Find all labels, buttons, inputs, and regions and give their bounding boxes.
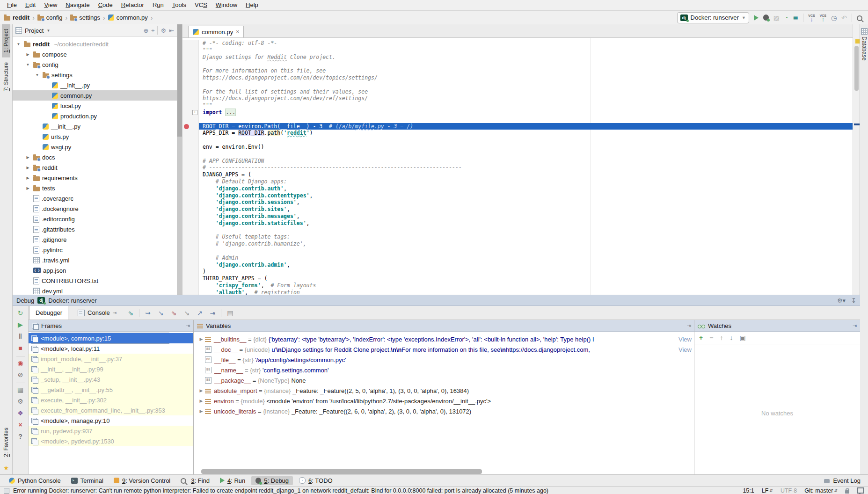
toolwindow-9-version-control[interactable]: 9: Version Control [109,476,175,485]
variable-name[interactable]: __name__ = {str} 'config.settings.common… [194,365,694,375]
tree-item-init-py[interactable]: __init__.py [13,80,177,90]
tree-item-app-json[interactable]: app.json [13,265,177,276]
tree-item-local-py[interactable]: local.py [13,101,177,111]
tree-item-urls-py[interactable]: urls.py [13,131,177,142]
variable-builtins[interactable]: ▶__builtins__ = {dict} {'bytearray': <ty… [194,334,694,344]
tree-item-coveragerc[interactable]: .coveragerc [13,193,177,203]
lock-icon[interactable] [845,490,849,494]
frame-item[interactable]: __init__, __init__.py:99 [29,364,193,374]
run-button[interactable] [754,15,759,21]
frame-item[interactable]: <module>, local.py:11 [29,343,193,354]
breadcrumb-config[interactable]: config [37,14,63,21]
event-log-button[interactable]: Event Log [824,477,863,484]
editor-tab-common-py[interactable]: common.py × [188,26,244,37]
variables-hscrollbar[interactable] [201,469,482,474]
close-button[interactable]: × [18,420,22,431]
sidebar-tab-7-structure[interactable]: 7: Structure [2,58,10,96]
run-configuration-select[interactable]: Docker: runserver ▼ [677,12,749,23]
menu-edit[interactable]: Edit [21,0,40,10]
tree-item-travis-yml[interactable]: .travis.yml [13,255,177,265]
code-area[interactable]: # -*- coding: utf-8 -*-"""Django setting… [182,38,853,295]
collapse-all-button[interactable]: ÷ [151,27,154,34]
vcs-update-button[interactable]: VCS ↓ [808,14,815,22]
menu-window[interactable]: Window [212,0,241,10]
restore-layout-button[interactable]: ▦ [17,385,23,396]
tree-item-reddit[interactable]: ▶reddit [13,162,177,173]
breadcrumb-settings[interactable]: settings [70,14,100,21]
pause-button[interactable]: ‖ [19,331,22,343]
status-lf[interactable]: LF⇵ [762,487,773,494]
sidebar-tab-database[interactable]: Database [861,24,868,64]
toolwindow-4-run[interactable]: 4: Run [216,476,249,485]
tree-item-compose[interactable]: ▶compose [13,49,177,59]
rerun-button[interactable]: ↻ [18,308,23,320]
move-watch-up-button[interactable]: ↑ [720,334,723,341]
tree-item-settings[interactable]: ▼settings [13,70,177,80]
stop-button[interactable]: ■ [18,343,22,355]
tree-item-gitattributes[interactable]: .gitattributes [13,224,177,234]
toolwindow-terminal[interactable]: Terminal [67,476,108,485]
step-into-button[interactable]: ↘ [156,309,166,317]
chevron-open-icon[interactable]: ▼ [34,73,40,77]
status-message[interactable]: Error running Docker: runserver: Can't r… [13,487,739,494]
variable-unicode-literals[interactable]: ▶unicode_literals = {instance} _Feature:… [194,406,694,416]
gear-icon[interactable]: ⚙▾ [837,297,846,304]
toolwindow-python-console[interactable]: Python Console [5,476,65,485]
toolwindow-switcher-icon[interactable] [4,488,9,494]
menu-vcs[interactable]: VCS [190,0,212,10]
variable-environ[interactable]: ▶environ = {module} <module 'environ' fr… [194,396,694,406]
pin-button[interactable]: ❖ [17,408,23,420]
chevron-right-icon[interactable]: ▶ [197,409,205,414]
variable-absolute-import[interactable]: ▶absolute_import = {instance} _Feature: … [194,385,694,396]
run-with-coverage-button[interactable]: ▨ [773,14,780,22]
frame-item[interactable]: execute, __init__.py:302 [29,395,193,405]
tree-item-tests[interactable]: ▶tests [13,183,177,193]
menu-navigate[interactable]: Navigate [61,0,94,10]
view-link[interactable]: View [677,346,692,353]
tree-item-reddit[interactable]: ▼reddit ~/cookiecutter/reddit [13,39,177,49]
tree-item-wsgi-py[interactable]: wsgi.py [13,142,177,152]
step-over-button[interactable]: ⇝ [143,309,153,317]
chevron-closed-icon[interactable]: ▶ [25,176,31,180]
undo-button[interactable]: ↶ [841,14,847,22]
chevron-right-icon[interactable]: ▶ [197,399,205,403]
view-link[interactable]: View [677,336,692,343]
add-watch-button[interactable]: + [699,334,703,341]
search-everywhere-button[interactable] [857,15,862,21]
evaluate-expression-button[interactable]: ▤ [225,309,235,317]
resume-button[interactable]: ▶ [18,320,23,331]
chevron-open-icon[interactable]: ▼ [15,42,22,46]
frame-item[interactable]: execute_from_command_line, __init__.py:3… [29,405,193,415]
variable-file[interactable]: __file__ = {str} '/app/config/settings/c… [194,355,694,365]
menu-view[interactable]: View [40,0,61,10]
tree-item-dockerignore[interactable]: .dockerignore [13,203,177,214]
frame-item[interactable]: _setup, __init__.py:43 [29,374,193,385]
frame-item[interactable]: run, pydevd.py:937 [29,426,193,436]
tab-console[interactable]: Console ⇥ [72,306,122,320]
variable-doc[interactable]: __doc__ = {unicode} u'\nDjango settings … [194,344,694,355]
menu-run[interactable]: Run [148,0,168,10]
status-15-1[interactable]: 15:1 [743,487,754,494]
frame-item[interactable]: <module>, manage.py:10 [29,415,193,426]
move-watch-down-button[interactable]: ↓ [729,334,733,341]
sidebar-tab-1-project[interactable]: 1: Project [2,24,10,58]
project-scrollbar[interactable] [177,24,182,295]
dock-icon[interactable]: ⇥ [687,323,691,329]
step-into-my-code-button[interactable]: ⇘ [169,309,178,317]
tree-item-config[interactable]: ▼config [13,59,177,70]
remove-watch-button[interactable]: − [709,334,713,341]
close-icon[interactable]: × [236,29,239,35]
frame-item[interactable]: <module>, pydevd.py:1530 [29,436,193,446]
tree-item-editorconfig[interactable]: .editorconfig [13,214,177,224]
tree-item-gitignore[interactable]: .gitignore [13,234,177,245]
toolwindow-3-find[interactable]: 3: Find [176,476,214,485]
hide-panel-button[interactable]: ↧ [851,297,856,304]
chevron-closed-icon[interactable]: ▶ [25,52,31,57]
local-history-button[interactable]: ◷ [831,14,837,22]
frame-item[interactable]: __getattr__, __init__.py:55 [29,385,193,395]
tab-debugger[interactable]: Debugger [29,306,68,320]
chevron-open-icon[interactable]: ▼ [25,63,31,67]
show-execution-point-button[interactable]: ⇘ [126,309,135,317]
dock-icon[interactable]: ⇥ [186,323,190,329]
mute-breakpoints-button[interactable]: ⊘ [18,370,23,381]
